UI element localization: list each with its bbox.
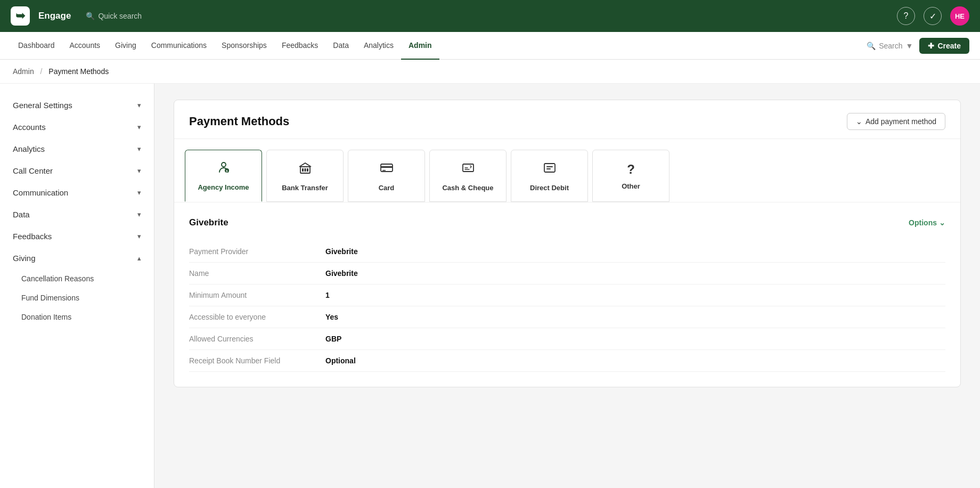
detail-row-minimum-amount: Minimum Amount 1 <box>189 284 945 306</box>
quick-search[interactable]: 🔍 Quick search <box>86 12 142 20</box>
detail-label: Allowed Currencies <box>189 335 317 343</box>
tab-cash-cheque[interactable]: Cash & Cheque <box>429 150 507 202</box>
svg-rect-6 <box>307 168 308 172</box>
search-icon: 🔍 <box>867 42 876 50</box>
logo-icon: ➥ <box>15 9 25 23</box>
nav-item-sponsorships[interactable]: Sponsorships <box>214 32 274 60</box>
sidebar-item-label: Giving <box>13 254 36 263</box>
tab-card[interactable]: Card <box>348 150 425 202</box>
detail-value: 1 <box>325 291 330 299</box>
nav-right: 🔍 Search ▼ ✚ Create <box>867 38 969 54</box>
nav-item-feedbacks[interactable]: Feedbacks <box>274 32 325 60</box>
app-name: Engage <box>38 11 71 21</box>
tab-label: Bank Transfer <box>282 184 328 192</box>
page-title: Payment Methods <box>189 115 289 128</box>
svg-point-0 <box>222 162 226 167</box>
bank-transfer-icon <box>298 160 313 178</box>
tab-label: Other <box>622 182 640 190</box>
detail-value: Optional <box>325 356 356 365</box>
top-bar: ➥ Engage 🔍 Quick search ? ✓ HE <box>0 0 980 32</box>
detail-value: GBP <box>325 335 341 343</box>
sidebar-item-label: Communication <box>13 188 68 197</box>
chevron-down-icon: ▾ <box>137 210 141 218</box>
tab-other[interactable]: ? Other <box>592 150 669 202</box>
detail-row-currencies: Allowed Currencies GBP <box>189 328 945 350</box>
sidebar-item-giving[interactable]: Giving ▴ <box>0 247 154 269</box>
detail-label: Payment Provider <box>189 247 317 256</box>
main-content: Payment Methods ⌄ Add payment method $ <box>154 84 980 488</box>
svg-rect-8 <box>381 166 393 168</box>
avatar[interactable]: HE <box>950 6 969 26</box>
sidebar-item-analytics[interactable]: Analytics ▾ <box>0 138 154 160</box>
sidebar-item-feedbacks[interactable]: Feedbacks ▾ <box>0 225 154 247</box>
detail-label: Name <box>189 269 317 278</box>
chevron-down-icon: ▾ <box>137 232 141 240</box>
page-container: General Settings ▾ Accounts ▾ Analytics … <box>0 84 980 488</box>
sidebar-item-label: Accounts <box>13 123 46 132</box>
chevron-down-icon: ⌄ <box>856 117 862 126</box>
chevron-down-icon: ▾ <box>137 101 141 109</box>
tab-bank-transfer[interactable]: Bank Transfer <box>266 150 344 202</box>
nav-item-communications[interactable]: Communications <box>144 32 214 60</box>
card-header: Payment Methods ⌄ Add payment method <box>174 100 960 139</box>
help-icon[interactable]: ? <box>897 7 915 25</box>
svg-rect-10 <box>463 164 473 172</box>
sidebar-sub-item-cancellation-reasons[interactable]: Cancellation Reasons <box>0 269 154 288</box>
svg-rect-12 <box>546 166 553 167</box>
chevron-down-icon: ▾ <box>137 167 141 175</box>
detail-title-row: Givebrite Options ⌄ <box>189 217 945 228</box>
tasks-icon[interactable]: ✓ <box>924 7 942 25</box>
top-bar-right: ? ✓ HE <box>897 6 969 26</box>
options-button[interactable]: Options ⌄ <box>909 218 945 227</box>
sidebar-item-general-settings[interactable]: General Settings ▾ <box>0 94 154 116</box>
nav-item-accounts[interactable]: Accounts <box>62 32 108 60</box>
sidebar-item-label: Call Center <box>13 166 53 175</box>
nav-item-dashboard[interactable]: Dashboard <box>11 32 62 60</box>
sidebar-sub-item-donation-items[interactable]: Donation Items <box>0 307 154 327</box>
cash-cheque-icon <box>461 160 476 178</box>
create-button[interactable]: ✚ Create <box>919 38 969 54</box>
search-dropdown-icon: ▼ <box>906 42 913 50</box>
nav-item-data[interactable]: Data <box>325 32 356 60</box>
svg-rect-11 <box>544 164 555 172</box>
breadcrumb-root[interactable]: Admin <box>13 67 34 76</box>
add-payment-method-button[interactable]: ⌄ Add payment method <box>847 113 945 130</box>
nav-item-analytics[interactable]: Analytics <box>356 32 401 60</box>
detail-label: Minimum Amount <box>189 291 317 299</box>
sidebar-item-call-center[interactable]: Call Center ▾ <box>0 160 154 182</box>
detail-label: Accessible to everyone <box>189 313 317 321</box>
sidebar: General Settings ▾ Accounts ▾ Analytics … <box>0 84 154 488</box>
sidebar-item-accounts[interactable]: Accounts ▾ <box>0 116 154 138</box>
nav-item-admin[interactable]: Admin <box>401 32 439 60</box>
tab-label: Card <box>379 184 395 192</box>
sidebar-sub-item-fund-dimensions[interactable]: Fund Dimensions <box>0 288 154 307</box>
chevron-down-icon: ▾ <box>137 145 141 153</box>
chevron-down-icon: ▾ <box>137 123 141 131</box>
detail-value: Givebrite <box>325 247 358 256</box>
detail-row-receipt: Receipt Book Number Field Optional <box>189 350 945 372</box>
chevron-down-icon: ⌄ <box>939 218 945 227</box>
sidebar-item-label: Feedbacks <box>13 232 52 241</box>
sidebar-item-data[interactable]: Data ▾ <box>0 204 154 225</box>
card-icon <box>379 160 394 178</box>
sidebar-item-communication[interactable]: Communication ▾ <box>0 182 154 204</box>
nav-item-giving[interactable]: Giving <box>108 32 144 60</box>
tab-direct-debit[interactable]: Direct Debit <box>511 150 588 202</box>
svg-rect-13 <box>546 168 551 169</box>
direct-debit-icon <box>542 160 557 178</box>
main-nav: Dashboard Accounts Giving Communications… <box>0 32 980 60</box>
detail-value: Givebrite <box>325 269 358 278</box>
chevron-up-icon: ▴ <box>137 254 141 262</box>
detail-row-accessible: Accessible to everyone Yes <box>189 306 945 328</box>
search-field[interactable]: 🔍 Search ▼ <box>867 42 913 50</box>
chevron-down-icon: ▾ <box>137 189 141 197</box>
content-card: Payment Methods ⌄ Add payment method $ <box>174 100 961 387</box>
detail-title: Givebrite <box>189 217 228 228</box>
tab-agency-income[interactable]: $ Agency Income <box>185 150 262 202</box>
detail-row-name: Name Givebrite <box>189 263 945 284</box>
plus-icon: ✚ <box>928 42 934 50</box>
sidebar-item-label: Data <box>13 210 30 219</box>
svg-rect-4 <box>302 168 304 172</box>
logo: ➥ <box>11 6 30 26</box>
breadcrumb: Admin / Payment Methods <box>0 60 980 84</box>
